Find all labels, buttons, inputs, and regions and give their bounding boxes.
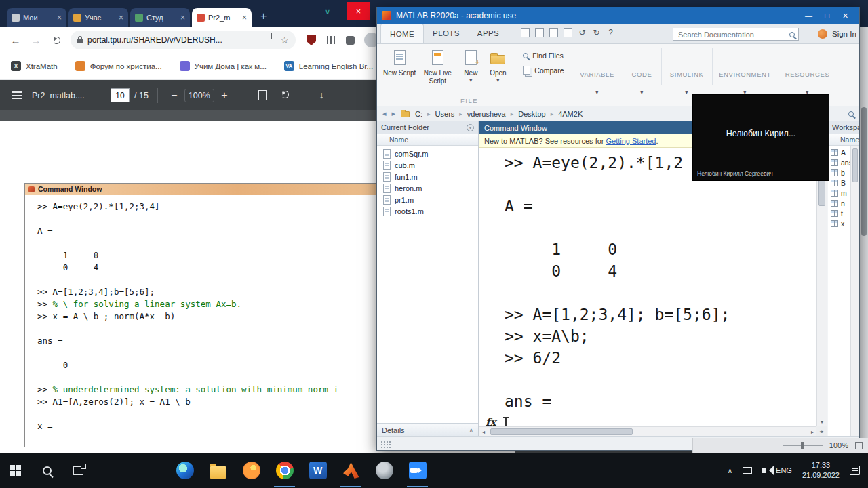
volume-icon[interactable] (762, 468, 766, 473)
file-item[interactable]: roots1.m (377, 205, 478, 217)
file-item[interactable]: cub.m (377, 159, 478, 171)
ribbon-group-resources[interactable]: RESOURCES▾ (782, 48, 833, 96)
rotate-icon[interactable] (281, 91, 289, 100)
firefox-taskbar-button[interactable] (235, 453, 268, 488)
extension-icon[interactable] (327, 36, 335, 44)
back-icon[interactable]: ← (5, 35, 26, 46)
vertical-scrollbar[interactable]: ▴ ▾ (816, 148, 827, 426)
matlab-taskbar-button[interactable] (334, 453, 368, 488)
command-window-content[interactable]: >> A=eye(2,2).*[1,2 A = 1 0 0 4 >> A=[1,… (479, 148, 827, 436)
workspace-variable[interactable]: b (828, 167, 850, 178)
zoom-out-button[interactable]: − (167, 89, 182, 102)
explorer-taskbar-button[interactable] (201, 453, 235, 488)
browser-tab[interactable]: Учас× (68, 8, 128, 27)
workspace-variable[interactable]: n (828, 198, 850, 208)
resize-grip[interactable] (380, 441, 391, 448)
start-button[interactable] (0, 453, 31, 488)
copy-icon[interactable] (549, 28, 558, 37)
download-icon[interactable]: ↓ (319, 90, 325, 101)
edge-taskbar-button[interactable] (168, 453, 201, 488)
workspace-variable[interactable]: m (828, 188, 850, 198)
ribbon-group-environment[interactable]: ENVIRONMENT▾ (716, 48, 774, 96)
new-script-button[interactable]: New Script (381, 48, 418, 85)
workspace-variable[interactable]: A (828, 147, 850, 157)
ribbon-group-code[interactable]: CODE▾ (627, 48, 658, 96)
tab-close-icon[interactable]: × (242, 13, 247, 22)
details-bar[interactable]: Details ∧ (377, 423, 478, 436)
undo-icon[interactable]: ↺ (578, 28, 587, 37)
hidden-window-chevron-icon[interactable]: ∨ (325, 7, 330, 16)
hidden-window-close-button[interactable]: × (347, 2, 370, 20)
browser-scrollbar-thumb[interactable] (861, 107, 867, 236)
browser-tab[interactable]: Мои× (7, 8, 66, 27)
tab-close-icon[interactable]: × (180, 13, 185, 22)
panel-menu-icon[interactable]: ▾ (467, 124, 474, 131)
workspace-header[interactable]: Workspace (828, 121, 859, 134)
bookmark-item[interactable]: XXtraMath (11, 61, 58, 71)
path-back-icon[interactable]: ◂ (382, 109, 387, 118)
search-documentation-input[interactable] (677, 30, 787, 39)
breadcrumb-segment[interactable]: Desktop (518, 110, 545, 118)
browser-tab[interactable]: Pr2_m× (192, 8, 252, 27)
details-expand-icon[interactable]: ∧ (469, 427, 473, 434)
paste-icon[interactable] (564, 28, 572, 37)
scroll-down-icon[interactable]: ▾ (817, 419, 827, 425)
file-item[interactable]: heron.m (377, 182, 478, 194)
network-icon[interactable] (743, 467, 752, 474)
help-icon[interactable]: ? (606, 28, 615, 37)
ribbon-group-simulink[interactable]: SIMULINK▾ (665, 48, 709, 96)
scroll-right-icon[interactable]: ▸ (811, 429, 814, 435)
horizontal-scrollbar[interactable]: ◂ ▸ (479, 426, 816, 436)
sign-in-link[interactable]: Sign In (832, 30, 856, 38)
path-forward-icon[interactable]: ▸ (392, 109, 396, 118)
breadcrumb-segment[interactable]: C: (415, 110, 422, 118)
file-item[interactable]: pr1.m (377, 194, 478, 205)
scrollbar-thumb[interactable] (490, 428, 633, 435)
scrollbar-thumb[interactable] (852, 148, 858, 182)
task-view-button[interactable] (62, 453, 94, 488)
getting-started-link[interactable]: Getting Started (606, 137, 656, 145)
bookmark-item[interactable]: Учим Дома | как м... (180, 61, 267, 71)
browse-folder-icon[interactable] (401, 111, 410, 117)
scroll-left-icon[interactable]: ◂ (482, 429, 485, 435)
share-icon[interactable] (269, 37, 275, 43)
browser-tab[interactable]: Студ× (130, 8, 190, 27)
video-participant-overlay[interactable]: Нелюбин Кирил... Нелюбин Кирилл Сергееви… (693, 95, 829, 180)
zoom-slider[interactable] (783, 445, 823, 446)
save-icon[interactable] (521, 28, 530, 37)
search-documentation-box[interactable] (673, 28, 799, 41)
refresh-icon[interactable] (46, 35, 66, 46)
tray-overflow-icon[interactable]: ∧ (728, 467, 732, 474)
name-column-header[interactable]: Name (377, 134, 478, 146)
tab-close-icon[interactable]: × (57, 13, 62, 22)
minimize-button[interactable]: — (800, 12, 818, 20)
extensions-puzzle-icon[interactable] (346, 36, 355, 45)
compare-button[interactable]: Compare (523, 66, 564, 75)
maximize-button[interactable]: □ (818, 12, 836, 20)
current-folder-header[interactable]: Current Folder ▾ (377, 121, 478, 134)
ublock-extension-icon[interactable] (307, 35, 316, 45)
cut-icon[interactable] (535, 28, 544, 37)
site-info-icon[interactable] (77, 39, 83, 43)
find-files-button[interactable]: Find Files (523, 52, 564, 60)
workspace-name-column[interactable]: Name (828, 134, 859, 146)
mathworks-icon[interactable] (818, 29, 827, 39)
address-bar[interactable]: portal.tpu.ru/SHARED/v/VDERUSH... ☆ (71, 30, 296, 49)
new-live-script-button[interactable]: New Live Script (418, 48, 457, 85)
clock[interactable]: 17:33 21.09.2022 (802, 460, 840, 481)
new-tab-button[interactable]: + (260, 10, 267, 22)
redo-icon[interactable]: ↻ (592, 28, 601, 37)
path-search-icon[interactable] (848, 111, 854, 117)
forward-icon[interactable]: → (26, 35, 46, 46)
browser-scrollbar[interactable] (860, 27, 868, 453)
taskbar-search-button[interactable] (31, 453, 62, 488)
gimp-taskbar-button[interactable] (368, 453, 401, 488)
toolstrip-tab-apps[interactable]: APPS (469, 24, 508, 43)
page-number-input[interactable] (111, 88, 130, 102)
word-taskbar-button[interactable]: W (301, 453, 334, 488)
pdf-menu-icon[interactable] (12, 92, 22, 99)
file-item[interactable]: comSqr.m (377, 148, 478, 159)
ribbon-group-variable[interactable]: VARIABLE▾ (576, 48, 619, 96)
new-button[interactable]: +New▾ (457, 48, 484, 85)
fit-page-icon[interactable] (258, 90, 267, 100)
